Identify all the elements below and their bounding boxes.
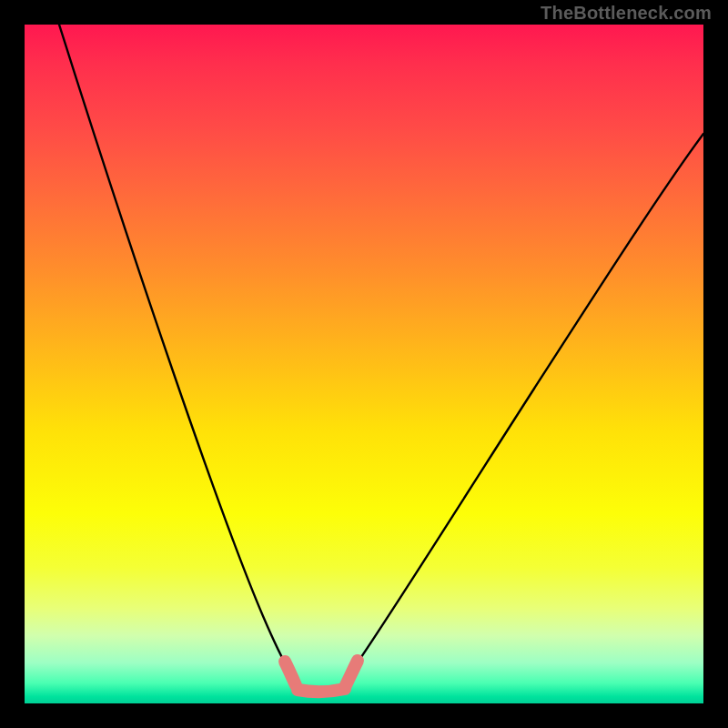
left-curve [59,25,289,671]
watermark-text: TheBottleneck.com [541,3,712,24]
curve-overlay [25,25,703,703]
right-curve [351,134,703,672]
highlight-bottom-bar [298,689,345,692]
highlight-right-stub [346,661,358,685]
highlight-left-stub [285,662,296,685]
chart-container: TheBottleneck.com [0,0,728,728]
plot-area [25,25,703,703]
